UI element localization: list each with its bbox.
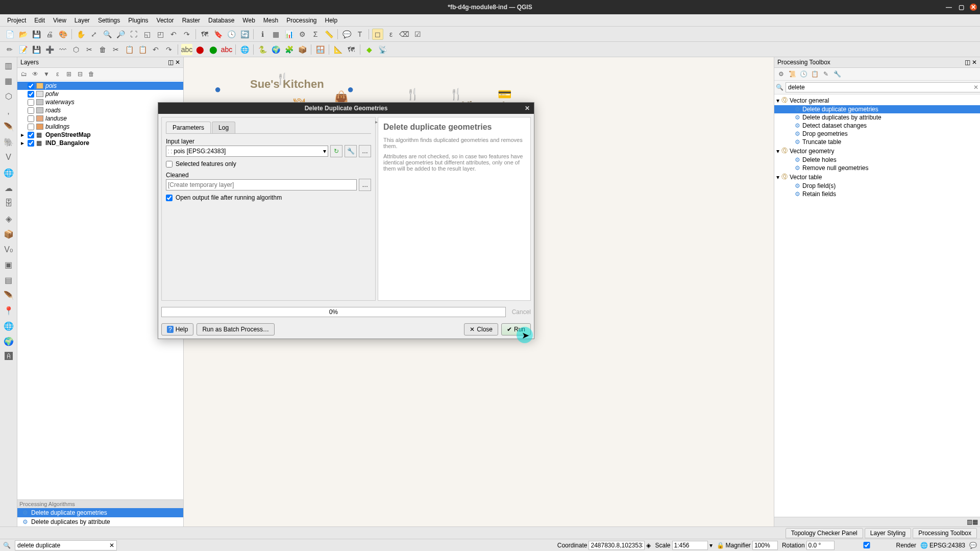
scale-input[interactable] — [672, 541, 708, 550]
panel-close-icon[interactable]: ✕ — [175, 59, 180, 66]
new-spatialite-icon[interactable]: 🪶 — [3, 289, 15, 301]
menu-mesh[interactable]: Mesh — [259, 17, 282, 24]
menu-edit[interactable]: Edit — [30, 17, 49, 24]
new-bookmark-icon[interactable]: 🔖 — [212, 29, 224, 40]
menu-database[interactable]: Database — [204, 17, 238, 24]
zoom-full-icon[interactable]: ⛶ — [128, 29, 139, 40]
menu-help[interactable]: Help — [321, 17, 342, 24]
zoom-layer-icon[interactable]: ◰ — [155, 29, 166, 40]
label-abc2-icon[interactable]: abc — [221, 44, 232, 55]
zoom-out-icon[interactable]: 🔎 — [115, 29, 126, 40]
coordinate-input[interactable] — [589, 541, 645, 550]
geopackage-icon[interactable]: 📦 — [3, 228, 15, 240]
toolbox-algorithm[interactable]: ⚙Delete duplicates by attribute — [774, 113, 980, 122]
edit-features-icon[interactable]: ✎ — [821, 69, 830, 79]
redo-icon[interactable]: ↷ — [163, 44, 175, 55]
wcs-icon[interactable]: ☁ — [3, 182, 15, 194]
label-abc-icon[interactable]: abc — [181, 44, 192, 55]
cut-icon[interactable]: ✂ — [110, 44, 121, 55]
panel-undock-icon[interactable]: ◫ — [168, 59, 174, 66]
zoom-next-icon[interactable]: ↷ — [181, 29, 192, 40]
advanced-icon[interactable]: 🔧 — [345, 145, 357, 157]
add-feature-icon[interactable]: ➕ — [44, 44, 55, 55]
toolbox-search-input[interactable] — [786, 82, 980, 92]
layer-row[interactable]: pofw — [17, 90, 183, 98]
toolbox-tree[interactable]: ▾ⓆVector general⚙Delete duplicate geomet… — [774, 94, 980, 307]
delimited-icon[interactable]: , — [3, 105, 15, 117]
toolbox-algorithm[interactable]: ⚙Retain fields — [774, 190, 980, 198]
output-path-input[interactable] — [166, 179, 357, 190]
wms-icon[interactable]: 🌐 — [3, 166, 15, 179]
new-gpx-icon[interactable]: 📍 — [3, 304, 15, 317]
menu-view[interactable]: View — [49, 17, 70, 24]
pan-selection-icon[interactable]: ⤢ — [88, 29, 100, 40]
temporal-icon[interactable]: 🕓 — [226, 29, 237, 40]
layer-visibility-checkbox[interactable] — [28, 132, 34, 138]
style-manager-icon[interactable]: 🎨 — [57, 29, 68, 40]
menu-vector[interactable]: Vector — [153, 17, 178, 24]
statistics-icon[interactable]: Σ — [310, 29, 321, 40]
pan-icon[interactable]: ✋ — [75, 29, 86, 40]
input-layer-combo[interactable]: ⸬ pois [EPSG:24383] ▾ — [166, 146, 328, 157]
menu-settings[interactable]: Settings — [94, 17, 124, 24]
select-expr-icon[interactable]: ε — [385, 29, 397, 40]
toolbox-algorithm[interactable]: ⚙Delete holes — [774, 156, 980, 164]
run-button[interactable]: ✔ Run — [501, 323, 531, 336]
selected-features-checkbox[interactable] — [166, 161, 173, 167]
copy-icon[interactable]: 📋 — [124, 44, 135, 55]
results-icon[interactable]: 📋 — [810, 69, 819, 79]
paste-icon[interactable]: 📋 — [137, 44, 148, 55]
save-icon[interactable]: 💾 — [31, 29, 42, 40]
map-tips-icon[interactable]: 💬 — [341, 29, 352, 40]
clear-search-icon[interactable]: ✕ — [973, 84, 978, 91]
locator-icon[interactable]: 🔍 — [3, 542, 11, 549]
collapse-help-icon[interactable]: ▸ — [375, 119, 380, 125]
add-group-icon[interactable]: 🗂 — [19, 69, 29, 79]
collapse-all-icon[interactable]: ⊟ — [76, 69, 85, 79]
toolbox-algorithm[interactable]: ⚙Truncate table — [774, 138, 980, 146]
toolbox-algorithm[interactable]: ⚙Remove null geometries — [774, 164, 980, 172]
layer-visibility-checkbox[interactable] — [28, 140, 34, 147]
globe-icon[interactable]: 🌍 — [270, 44, 281, 55]
help-button[interactable]: ?Help — [161, 323, 193, 336]
georef2-icon[interactable]: 🗺 — [346, 44, 357, 55]
new-virtual-icon[interactable]: 🌐 — [3, 320, 15, 332]
iterate-icon[interactable]: ↻ — [330, 145, 342, 157]
browse-icon[interactable]: … — [359, 145, 371, 157]
new-print-icon[interactable]: 🖨 — [44, 29, 55, 40]
toggle-edit-icon[interactable]: 📝 — [17, 44, 29, 55]
zoom-in-icon[interactable]: 🔍 — [102, 29, 113, 40]
filter-legend-icon[interactable]: ▼ — [42, 69, 51, 79]
annotation-icon[interactable]: T — [354, 29, 365, 40]
layer-visibility-checkbox[interactable] — [28, 107, 34, 114]
layer-visibility-checkbox[interactable] — [28, 124, 34, 130]
panel-undock-icon[interactable]: ◫ — [965, 59, 970, 66]
georef-icon[interactable]: 📐 — [332, 44, 344, 55]
vector-layer-icon[interactable]: ▥ — [3, 59, 15, 71]
menu-project[interactable]: Project — [3, 17, 30, 24]
save-edits-icon[interactable]: 💾 — [31, 44, 42, 55]
history-icon[interactable]: 🕓 — [799, 69, 808, 79]
close-button[interactable]: ✕ Close — [464, 323, 498, 336]
toolbox-algorithm[interactable]: ⚙Delete duplicate geometries — [774, 105, 980, 113]
maximize-icon[interactable]: ▢ — [958, 4, 965, 11]
menu-raster[interactable]: Raster — [178, 17, 204, 24]
toolbox-group[interactable]: ▾ⓆVector table — [774, 172, 980, 182]
virtual-icon[interactable]: V — [3, 151, 15, 163]
new-gpkg-icon[interactable]: ▣ — [3, 258, 15, 271]
postgis-icon[interactable]: 🐘 — [3, 136, 15, 148]
label-settings2-icon[interactable]: ⬤ — [208, 44, 219, 55]
dialog-close-icon[interactable]: ✕ — [525, 105, 530, 112]
options-icon[interactable]: 🔧 — [832, 69, 842, 79]
label-settings-icon[interactable]: ⬤ — [194, 44, 206, 55]
wfs-icon[interactable]: 🗄 — [3, 197, 15, 209]
web-icon[interactable]: 🌐 — [239, 44, 250, 55]
osm-icon[interactable]: ◆ — [363, 44, 375, 55]
identify-icon[interactable]: ℹ — [257, 29, 268, 40]
new-project-icon[interactable]: 📄 — [4, 29, 15, 40]
panel-close-icon[interactable]: ✕ — [972, 59, 977, 66]
zoom-last-icon[interactable]: ↶ — [168, 29, 179, 40]
model-icon[interactable]: ⚙ — [776, 69, 786, 79]
plugin2-icon[interactable]: 📦 — [297, 44, 308, 55]
crs-icon[interactable]: 🌐 — [920, 542, 928, 549]
